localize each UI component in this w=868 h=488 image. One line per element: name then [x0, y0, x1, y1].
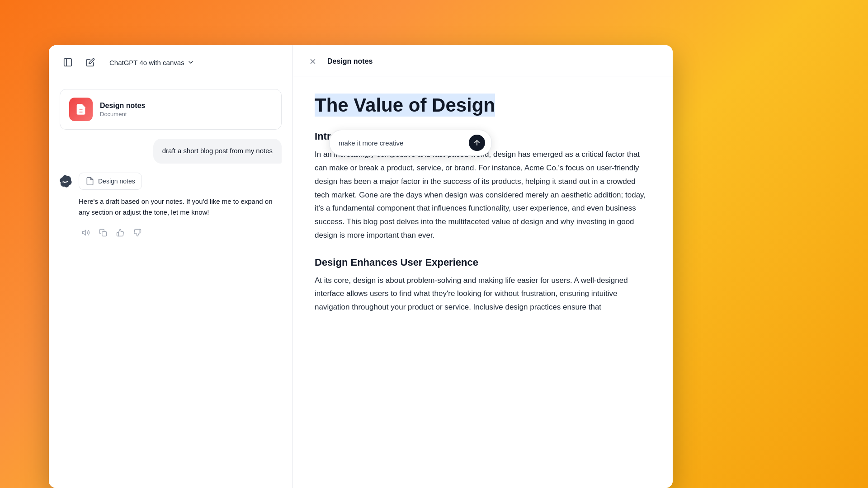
read-aloud-button[interactable]	[79, 225, 93, 240]
section1-text: In an increasingly competitive and fast-…	[315, 148, 651, 242]
model-name-label: ChatGPT 4o with canvas	[109, 59, 184, 66]
svg-marker-4	[83, 230, 86, 235]
assistant-response-text: Here's a draft based on your notes. If y…	[79, 196, 283, 219]
feedback-row	[79, 225, 283, 240]
thumbs-down-icon	[133, 229, 142, 237]
doc-chip-label: Design notes	[98, 178, 135, 185]
edit-icon	[86, 58, 95, 67]
right-panel-header: Design notes	[293, 45, 673, 76]
doc-icon-wrap	[69, 98, 93, 121]
top-bar: ChatGPT 4o with canvas	[49, 45, 292, 78]
inline-send-button[interactable]	[469, 135, 485, 151]
doc-main-heading: The Value of Design	[315, 94, 495, 117]
document-icon	[75, 103, 87, 116]
doc-card-type: Document	[100, 111, 145, 117]
section2-text: At its core, design is about problem-sol…	[315, 274, 651, 314]
assistant-avatar	[58, 174, 73, 189]
inline-edit-popup	[329, 130, 492, 156]
new-chat-button[interactable]	[82, 54, 99, 70]
user-message-text: draft a short blog post from my notes	[162, 147, 273, 155]
doc-card-title: Design notes	[100, 102, 145, 110]
assistant-content: Design notes Here's a draft based on you…	[79, 173, 283, 240]
right-panel: Design notes The Value of Design Introdu…	[293, 45, 673, 488]
chat-content: Design notes Document draft a short blog…	[49, 78, 292, 488]
close-icon	[309, 57, 317, 66]
canvas-title: Design notes	[327, 57, 373, 66]
left-panel: ChatGPT 4o with canvas	[49, 45, 293, 488]
section2-heading: Design Enhances User Experience	[315, 257, 651, 268]
copy-icon	[99, 229, 107, 237]
document-card[interactable]: Design notes Document	[60, 89, 282, 130]
thumbs-down-button[interactable]	[130, 225, 145, 240]
doc-chip-icon	[85, 177, 94, 186]
model-selector-button[interactable]: ChatGPT 4o with canvas	[105, 56, 199, 69]
chevron-down-icon	[187, 59, 194, 66]
svg-rect-0	[64, 59, 72, 66]
sidebar-toggle-button[interactable]	[60, 54, 76, 70]
inline-edit-input[interactable]	[339, 139, 464, 147]
thumbs-up-icon	[116, 229, 124, 237]
assistant-response-row: Design notes Here's a draft based on you…	[58, 173, 283, 240]
user-message-bubble: draft a short blog post from my notes	[153, 139, 282, 164]
openai-logo-icon	[59, 175, 72, 188]
send-arrow-icon	[473, 139, 481, 147]
thumbs-up-button[interactable]	[113, 225, 127, 240]
app-window: ChatGPT 4o with canvas	[49, 45, 673, 488]
doc-chip-button[interactable]: Design notes	[79, 173, 142, 190]
close-canvas-button[interactable]	[306, 54, 320, 69]
sidebar-icon	[63, 57, 73, 67]
doc-heading-wrap: The Value of Design	[315, 94, 651, 116]
speaker-icon	[82, 229, 90, 237]
document-body[interactable]: The Value of Design Introduction In an i…	[293, 76, 673, 488]
svg-rect-5	[102, 232, 107, 236]
doc-info: Design notes Document	[100, 102, 145, 117]
copy-button[interactable]	[96, 225, 110, 240]
